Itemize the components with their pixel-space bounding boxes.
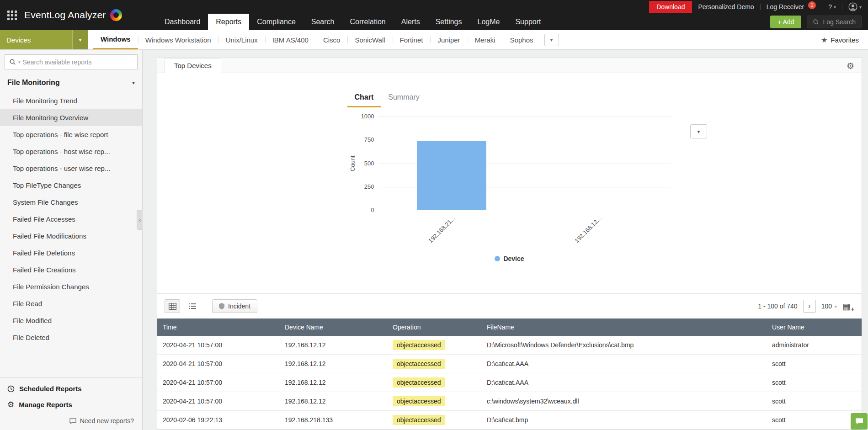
topbar: EventLog Analyzer Download Personalized …	[0, 0, 868, 30]
incident-icon	[219, 303, 224, 309]
cell-time: 2020-04-21 10:57:00	[157, 355, 279, 373]
incident-filter-button[interactable]: Incident	[212, 299, 257, 313]
report-group-dropdown[interactable]: Devices ▾	[0, 30, 88, 49]
nav-item[interactable]: Compliance	[249, 14, 303, 30]
cell-user: scott	[767, 411, 862, 430]
chat-fab-button[interactable]	[851, 413, 868, 430]
operation-badge: objectaccessed	[393, 340, 445, 350]
report-item[interactable]: Top operations - host wise rep...	[0, 143, 142, 160]
scheduled-reports-button[interactable]: Scheduled Reports	[0, 381, 142, 397]
report-search-input[interactable]	[23, 58, 133, 66]
device-tab[interactable]: SonicWall	[347, 30, 392, 49]
nav-item[interactable]: Dashboard	[157, 14, 208, 30]
utility-bar: Download Personalized Demo Log Receiver …	[157, 0, 868, 14]
personalized-demo-link[interactable]: Personalized Demo	[698, 3, 754, 11]
report-panel-tab[interactable]: Top Devices	[165, 58, 221, 73]
cell-operation: objectaccessed	[387, 336, 481, 355]
page-size-dropdown[interactable]: 100 ▾	[821, 303, 837, 310]
sidebar-collapse-handle[interactable]: ‹	[137, 210, 143, 230]
device-tab[interactable]: Unix/Linux	[218, 30, 265, 49]
list-view-button[interactable]	[185, 299, 200, 313]
report-item[interactable]: Failed File Deletions	[0, 244, 142, 261]
legend-item[interactable]: Device	[495, 255, 524, 262]
next-page-button[interactable]: ›	[803, 300, 816, 313]
report-item[interactable]: File Monitoring Trend	[0, 92, 142, 109]
table-body: 2020-04-21 10:57:00 192.168.12.12 object…	[157, 336, 862, 430]
gear-icon: ⚙	[7, 401, 14, 409]
column-header[interactable]: Operation	[387, 319, 481, 336]
chart-plot-area	[378, 117, 671, 210]
caret-down-icon: ▾	[697, 128, 700, 135]
report-item[interactable]: File Monitoring Overview	[0, 109, 142, 126]
report-item[interactable]: File Permission Changes	[0, 278, 142, 295]
table-row[interactable]: 2020-04-21 10:57:00 192.168.12.12 object…	[157, 355, 862, 373]
log-receiver-link[interactable]: Log Receiver	[767, 3, 804, 11]
report-item[interactable]: System File Changes	[0, 194, 142, 211]
device-tab[interactable]: Cisco	[316, 30, 348, 49]
nav-item[interactable]: Settings	[428, 14, 470, 30]
report-item[interactable]: File Read	[0, 295, 142, 312]
chart-panel: Chart Summary Count 02505007501000 192.1…	[157, 73, 862, 294]
operation-badge: objectaccessed	[393, 415, 445, 425]
report-item[interactable]: File Deleted	[0, 329, 142, 346]
table-row[interactable]: 2020-04-21 10:57:00 192.168.12.12 object…	[157, 392, 862, 411]
view-tab[interactable]: Summary	[381, 90, 426, 107]
column-header[interactable]: Time	[157, 319, 279, 336]
cell-operation: objectaccessed	[387, 411, 481, 430]
report-item[interactable]: Failed File Modifications	[0, 228, 142, 244]
apps-grid-icon[interactable]	[7, 11, 17, 20]
report-item[interactable]: Failed File Creations	[0, 261, 142, 278]
manage-reports-button[interactable]: ⚙ Manage Reports	[0, 397, 142, 413]
grid-view-button[interactable]	[165, 299, 180, 313]
favorites-button[interactable]: ★ Favorites	[821, 30, 868, 49]
device-tab[interactable]: Juniper	[430, 30, 467, 49]
legend-label: Device	[503, 255, 524, 262]
column-header[interactable]: FileName	[481, 319, 767, 336]
user-menu[interactable]: ▾	[848, 2, 862, 11]
help-icon: ?	[828, 3, 832, 11]
add-button[interactable]: + Add	[770, 16, 801, 28]
chart-options-dropdown[interactable]: ▾	[690, 124, 707, 138]
device-tab[interactable]: IBM AS/400	[265, 30, 316, 49]
report-item[interactable]: Top operations - file wise report	[0, 126, 142, 143]
cell-time: 2020-04-21 10:57:00	[157, 373, 279, 392]
device-tab[interactable]: Sophos	[503, 30, 541, 49]
table-row[interactable]: 2020-02-06 19:22:13 192.168.218.133 obje…	[157, 411, 862, 430]
need-new-reports-label: Need new reports?	[80, 417, 134, 425]
need-new-reports-link[interactable]: Need new reports?	[0, 413, 142, 428]
add-column-button[interactable]: ▦+	[842, 301, 854, 312]
report-item[interactable]: Top FileType Changes	[0, 177, 142, 194]
column-header[interactable]: User Name	[767, 319, 862, 336]
table-row[interactable]: 2020-04-21 10:57:00 192.168.12.12 object…	[157, 373, 862, 392]
user-icon	[848, 2, 857, 11]
download-button[interactable]: Download	[649, 1, 692, 13]
device-tab[interactable]: Windows Workstation	[138, 30, 218, 49]
device-tab[interactable]: Meraki	[468, 30, 503, 49]
nav-item[interactable]: LogMe	[469, 14, 507, 30]
panel-settings-gear-icon[interactable]: ⚙	[847, 62, 854, 70]
favorites-label: Favorites	[831, 36, 859, 44]
report-item[interactable]: Failed File Accesses	[0, 211, 142, 228]
nav-item[interactable]: Alerts	[394, 14, 428, 30]
report-section-header[interactable]: File Monitoring ▾	[0, 73, 142, 92]
nav-item[interactable]: Search	[304, 14, 342, 30]
more-device-types-button[interactable]: ▾	[544, 34, 559, 46]
table-row[interactable]: 2020-04-21 10:57:00 192.168.12.12 object…	[157, 336, 862, 355]
notification-badge[interactable]: 1	[808, 1, 816, 9]
report-item[interactable]: File Modified	[0, 312, 142, 329]
column-header[interactable]: Device Name	[279, 319, 387, 336]
nav-item[interactable]: Correlation	[342, 14, 394, 30]
cell-device: 192.168.12.12	[279, 355, 387, 373]
help-menu[interactable]: ? ▾	[828, 3, 836, 11]
divider	[760, 4, 761, 10]
device-tab[interactable]: Windows	[93, 30, 138, 49]
plot-column: 192.168.21...192.168.12...	[378, 117, 671, 249]
search-scope-caret-icon[interactable]: ▾	[18, 60, 21, 64]
nav-item[interactable]: Reports	[208, 14, 249, 30]
report-item[interactable]: Top operations - user wise rep...	[0, 160, 142, 177]
chart-bar[interactable]	[417, 141, 486, 210]
device-tab[interactable]: Fortinet	[393, 30, 431, 49]
view-tab[interactable]: Chart	[347, 90, 381, 107]
nav-item[interactable]: Support	[507, 14, 548, 30]
log-search-button[interactable]: Log Search	[807, 16, 862, 28]
